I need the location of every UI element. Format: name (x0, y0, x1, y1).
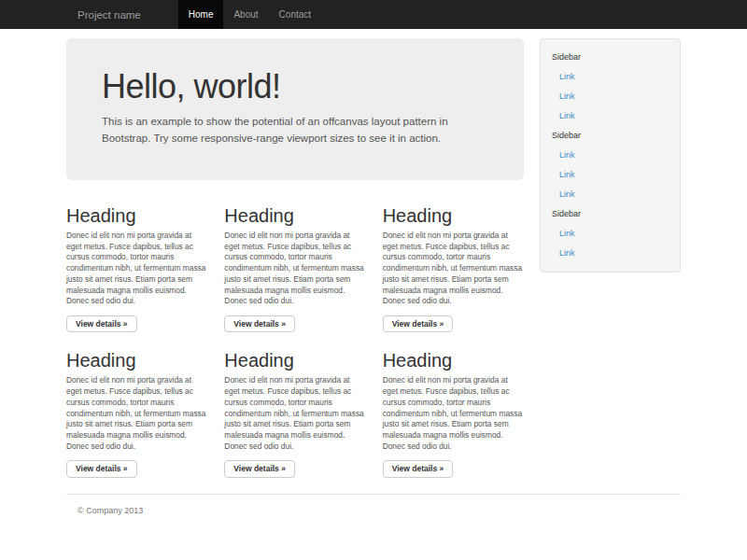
card-heading: Heading (224, 204, 365, 227)
jumbotron-description: This is an example to show the potential… (102, 113, 488, 147)
card-body: Donec id elit non mi porta gravida at eg… (224, 375, 365, 452)
card-heading: Heading (383, 204, 524, 227)
page-footer: © Company 2013 (66, 494, 681, 515)
view-details-button[interactable]: View details » (383, 315, 454, 333)
nav-item-about[interactable]: About (223, 0, 268, 29)
view-details-button[interactable]: View details » (224, 315, 295, 333)
sidebar-link[interactable]: Link (552, 165, 669, 185)
card-heading: Heading (383, 349, 524, 371)
card-body: Donec id elit non mi porta gravida at eg… (224, 231, 365, 307)
footer-divider (66, 494, 681, 495)
content-layout: Hello, world! This is an example to show… (66, 38, 681, 478)
card-heading: Heading (66, 349, 207, 371)
navbar: Project name Home About Contact (0, 0, 747, 29)
nav-item-contact[interactable]: Contact (269, 0, 321, 29)
sidebar-link[interactable]: Link (552, 185, 669, 204)
card-heading: Heading (66, 204, 207, 227)
copyright-text: © Company 2013 (78, 506, 681, 515)
view-details-button[interactable]: View details » (383, 460, 454, 478)
card-body: Donec id elit non mi porta gravida at eg… (66, 231, 207, 307)
page-title: Hello, world! (102, 68, 488, 105)
sidebar-group-title: Sidebar (552, 204, 669, 224)
nav-item-home[interactable]: Home (178, 0, 224, 29)
card: Heading Donec id elit non mi porta gravi… (224, 204, 365, 332)
view-details-button[interactable]: View details » (66, 315, 137, 333)
card: Heading Donec id elit non mi porta gravi… (66, 204, 207, 332)
navbar-brand[interactable]: Project name (66, 0, 152, 29)
sidebar-link[interactable]: Link (552, 67, 669, 87)
sidebar-group-title: Sidebar (552, 48, 669, 67)
main-content: Hello, world! This is an example to show… (66, 38, 524, 478)
jumbotron: Hello, world! This is an example to show… (66, 38, 524, 180)
navbar-inner: Project name Home About Contact (66, 0, 681, 29)
sidebar-link[interactable]: Link (552, 87, 669, 106)
sidebar-link[interactable]: Link (552, 224, 669, 244)
cards-row-2: Heading Donec id elit non mi porta gravi… (66, 349, 524, 477)
card-body: Donec id elit non mi porta gravida at eg… (383, 231, 524, 307)
sidebar-link[interactable]: Link (552, 244, 669, 263)
sidebar-column: Sidebar Link Link Link Sidebar Link Link… (540, 38, 681, 478)
card-heading: Heading (224, 349, 365, 371)
sidebar-link[interactable]: Link (552, 106, 669, 126)
cards-row-1: Heading Donec id elit non mi porta gravi… (66, 204, 524, 332)
navbar-menu: Home About Contact (178, 0, 321, 29)
card-body: Donec id elit non mi porta gravida at eg… (66, 375, 207, 452)
card: Heading Donec id elit non mi porta gravi… (383, 204, 524, 332)
sidebar-panel: Sidebar Link Link Link Sidebar Link Link… (540, 38, 681, 273)
sidebar-group-title: Sidebar (552, 126, 669, 146)
view-details-button[interactable]: View details » (66, 460, 137, 478)
card-body: Donec id elit non mi porta gravida at eg… (383, 375, 524, 452)
page-container: Hello, world! This is an example to show… (66, 38, 681, 515)
view-details-button[interactable]: View details » (224, 460, 295, 478)
card: Heading Donec id elit non mi porta gravi… (224, 349, 365, 477)
card: Heading Donec id elit non mi porta gravi… (383, 349, 524, 477)
card: Heading Donec id elit non mi porta gravi… (66, 349, 207, 477)
sidebar-link[interactable]: Link (552, 146, 669, 165)
